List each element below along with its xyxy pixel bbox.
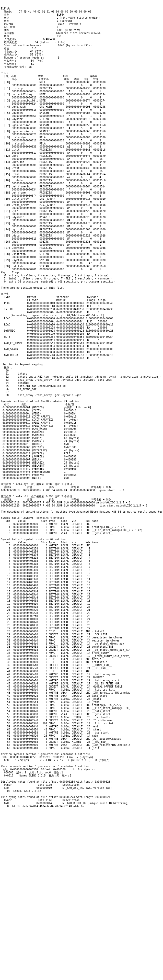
document-content: ELF 头： Magic： 7f 45 4c 46 02 01 01 00 00… xyxy=(1,7,162,808)
